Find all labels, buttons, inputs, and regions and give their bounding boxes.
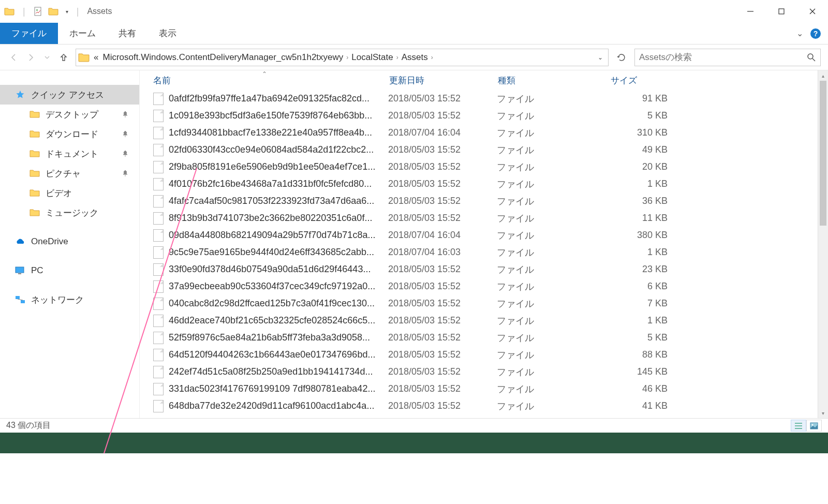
column-header-date[interactable]: 更新日時 [389, 75, 498, 86]
file-icon [153, 195, 164, 207]
sidebar-item-quick-access[interactable]: クイック アクセス [0, 85, 139, 105]
separator: | [23, 6, 25, 17]
file-name: 8f913b9b3d741073be2c3662be80220351c6a0f.… [169, 213, 388, 224]
address-bar[interactable]: « Microsoft.Windows.ContentDeliveryManag… [76, 49, 609, 66]
search-input[interactable] [639, 52, 807, 63]
file-row[interactable]: 1c0918e393bcf5df3a6e150fe7539f8764eb63bb… [140, 107, 828, 124]
file-name: 46dd2eace740bf21c65cb32325cfe028524c66c5… [169, 315, 388, 326]
ribbon: ファイル ホーム 共有 表示 ⌄ ? [0, 23, 828, 45]
qat-dropdown-icon[interactable]: ▾ [66, 9, 68, 14]
file-name: 648dba77de32e2420d9d11caf96100acd1abc4a.… [169, 401, 388, 411]
sidebar-item-desktop[interactable]: デスクトップ [0, 105, 139, 124]
file-row[interactable]: 8f913b9b3d741073be2c3662be80220351c6a0f.… [140, 210, 828, 227]
file-row[interactable]: 242ef74d51c5a08f25b250a9ed1bb194141734d.… [140, 363, 828, 380]
sidebar-item-onedrive[interactable]: OneDrive [0, 232, 139, 251]
sidebar-item-videos[interactable]: ビデオ [0, 183, 139, 203]
tab-view[interactable]: 表示 [147, 23, 188, 44]
file-row[interactable]: 52f59f8976c5ae84a21b6ab5ff73feba3a3d9058… [140, 329, 828, 346]
sidebar-item-music[interactable]: ミュージック [0, 203, 139, 223]
sidebar-item-downloads[interactable]: ダウンロード [0, 124, 139, 144]
file-size: 11 KB [610, 213, 677, 224]
qat-folder-icon[interactable] [48, 7, 58, 16]
scroll-up-button[interactable]: ▴ [818, 70, 828, 81]
file-row[interactable]: 040cabc8d2c98d2ffcaed125b7c3a0f41f9cec13… [140, 295, 828, 312]
file-row[interactable]: 9c5c9e75ae9165be944f40d24e6ff343685c2abb… [140, 244, 828, 261]
column-header-name[interactable]: 名前 ⌃ [153, 75, 389, 86]
forward-button[interactable] [24, 51, 37, 64]
file-type: ファイル [497, 263, 610, 276]
file-row[interactable]: 1cfd9344081bbacf7e1338e221e40a957ff8ea4b… [140, 124, 828, 141]
file-row[interactable]: 4f01076b2fc16be43468a7a1d331bf0fc5fefcd8… [140, 175, 828, 192]
pin-icon [122, 111, 129, 118]
properties-icon[interactable] [34, 7, 43, 16]
back-button[interactable] [7, 51, 21, 64]
file-type: ファイル [497, 229, 610, 242]
svg-line-11 [18, 299, 23, 300]
refresh-button[interactable] [614, 53, 629, 62]
file-icon [153, 263, 164, 276]
maximize-button[interactable] [766, 0, 797, 23]
separator: | [77, 6, 79, 17]
file-date: 2018/05/03 15:52 [388, 161, 497, 172]
file-date: 2018/05/03 15:52 [388, 383, 497, 394]
scroll-thumb[interactable] [820, 81, 826, 226]
scroll-down-button[interactable]: ▾ [818, 408, 828, 418]
address-dropdown-icon[interactable]: ⌄ [595, 54, 606, 61]
thumbnails-view-button[interactable] [806, 420, 822, 432]
breadcrumb-item[interactable]: Microsoft.Windows.ContentDeliveryManager… [100, 52, 345, 63]
file-row[interactable]: 02fd06330f43cc0e94e06084ad584a2d1f22cbc2… [140, 141, 828, 158]
file-name: 040cabc8d2c98d2ffcaed125b7c3a0f41f9cec13… [169, 298, 388, 309]
file-date: 2018/05/03 15:52 [388, 401, 497, 411]
file-name: 4fafc7ca4af50c9817053f2233923fd73a47d6aa… [169, 196, 388, 206]
breadcrumb-item[interactable]: LocalState [349, 52, 395, 63]
column-header-type[interactable]: 種類 [498, 75, 611, 86]
search-icon[interactable] [807, 53, 816, 62]
folder-icon [29, 110, 40, 119]
file-row[interactable]: 09d84a44808b682149094a29b57f70d74b71c8a.… [140, 227, 828, 244]
vertical-scrollbar[interactable]: ▴ ▾ [818, 70, 828, 418]
sidebar-item-documents[interactable]: ドキュメント [0, 144, 139, 164]
sidebar-item-pictures[interactable]: ピクチャ [0, 164, 139, 183]
breadcrumb-prefix[interactable]: « [92, 52, 100, 63]
chevron-right-icon[interactable]: › [395, 54, 400, 61]
file-row[interactable]: 331dac5023f4176769199109 7df980781eaba42… [140, 380, 828, 397]
file-row[interactable]: 0afdf2fb99fa97ffe1a47ba6942e091325fac82c… [140, 90, 828, 107]
file-row[interactable]: 64d5120f94404263c1b66443ae0e017347696bd.… [140, 346, 828, 363]
file-row[interactable]: 2f9ba805f8191e6e5906eb9d9b1ee50ea4ef7ce1… [140, 158, 828, 175]
chevron-right-icon[interactable]: › [345, 54, 349, 61]
file-row[interactable]: 648dba77de32e2420d9d11caf96100acd1abc4a.… [140, 397, 828, 414]
up-button[interactable] [57, 51, 70, 64]
file-date: 2018/05/03 15:52 [388, 213, 497, 224]
tab-share[interactable]: 共有 [107, 23, 147, 44]
file-size: 49 KB [610, 144, 677, 155]
file-row[interactable]: 37a99ecbeeab90c533604f37cec349cfc97192a0… [140, 278, 828, 295]
chevron-right-icon[interactable]: › [430, 54, 434, 61]
file-size: 23 KB [610, 264, 677, 275]
column-header-size[interactable]: サイズ [611, 75, 828, 86]
folder-icon [29, 169, 40, 178]
help-icon[interactable]: ? [810, 28, 821, 39]
sidebar-item-network[interactable]: ネットワーク [0, 290, 139, 309]
history-dropdown-icon[interactable] [40, 51, 54, 64]
file-list: 0afdf2fb99fa97ffe1a47ba6942e091325fac82c… [140, 90, 828, 414]
tab-home[interactable]: ホーム [58, 23, 107, 44]
details-view-button[interactable] [791, 420, 806, 432]
file-size: 1 KB [610, 315, 677, 326]
file-icon [153, 332, 164, 344]
minimize-button[interactable] [735, 0, 766, 23]
file-row[interactable]: 4fafc7ca4af50c9817053f2233923fd73a47d6aa… [140, 192, 828, 210]
column-headers: 名前 ⌃ 更新日時 種類 サイズ [140, 70, 828, 90]
sidebar-item-pc[interactable]: PC [0, 261, 139, 280]
sidebar-item-label: クイック アクセス [31, 89, 104, 101]
close-button[interactable] [797, 0, 828, 23]
search-box[interactable] [634, 49, 821, 66]
tab-file[interactable]: ファイル [0, 23, 58, 44]
file-row[interactable]: 46dd2eace740bf21c65cb32325cfe028524c66c5… [140, 312, 828, 329]
file-row[interactable]: 33f0e90fd378d46b07549a90da51d6d29f46443.… [140, 261, 828, 278]
file-date: 2018/05/03 15:52 [388, 144, 497, 155]
breadcrumb-item[interactable]: Assets [400, 52, 430, 63]
svg-rect-9 [16, 296, 20, 299]
file-type: ファイル [497, 110, 610, 122]
file-name: 64d5120f94404263c1b66443ae0e017347696bd.… [169, 349, 388, 360]
ribbon-expand-icon[interactable]: ⌄ [796, 28, 803, 38]
